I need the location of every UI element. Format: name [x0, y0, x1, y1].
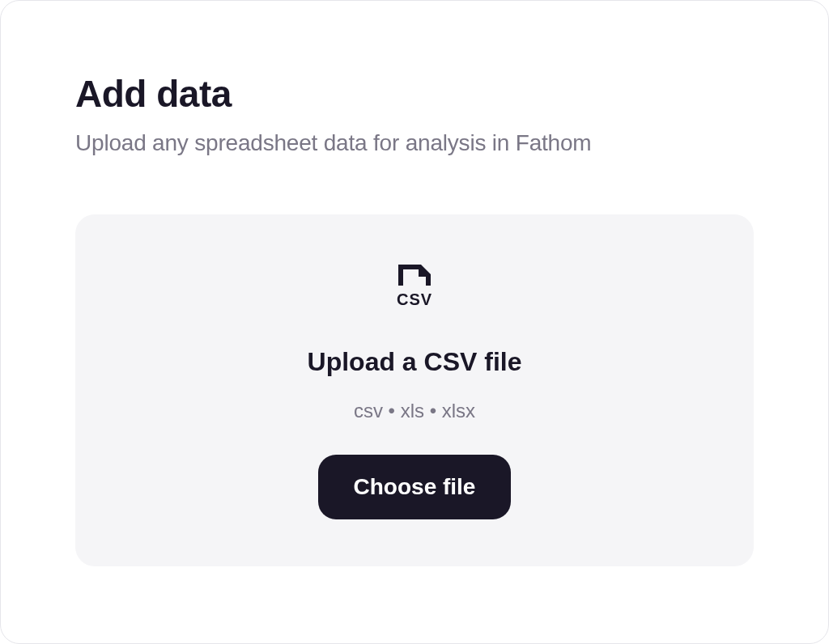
upload-title: Upload a CSV file — [308, 347, 522, 377]
page-title: Add data — [75, 72, 754, 116]
csv-icon-label: CSV — [397, 290, 432, 308]
page-subtitle: Upload any spreadsheet data for analysis… — [75, 130, 754, 156]
upload-dropzone[interactable]: CSV Upload a CSV file csv • xls • xlsx C… — [75, 214, 754, 566]
upload-card: Add data Upload any spreadsheet data for… — [0, 0, 829, 644]
csv-file-icon: CSV — [389, 261, 440, 311]
choose-file-button[interactable]: Choose file — [318, 455, 512, 519]
file-types-label: csv • xls • xlsx — [354, 400, 475, 422]
